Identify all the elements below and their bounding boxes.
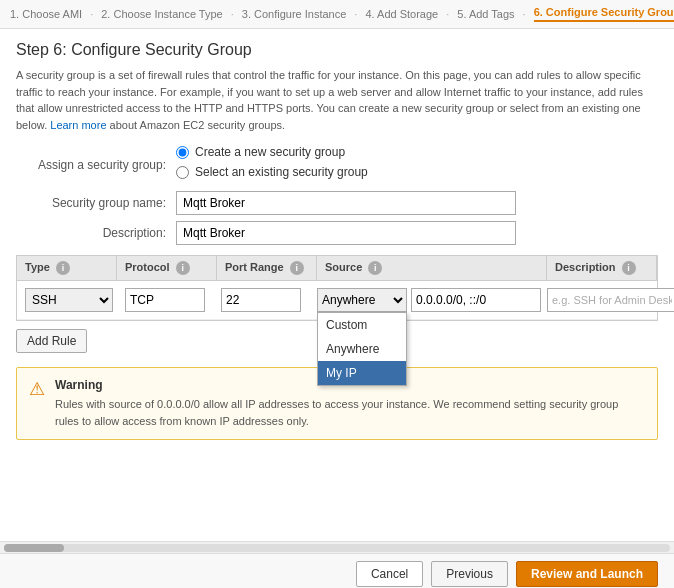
radio-create-new-row: Create a new security group bbox=[176, 145, 368, 159]
dropdown-item-custom[interactable]: Custom bbox=[318, 313, 406, 337]
step-3[interactable]: 3. Configure Instance bbox=[242, 8, 347, 20]
dropdown-item-anywhere[interactable]: Anywhere bbox=[318, 337, 406, 361]
step-4[interactable]: 4. Add Storage bbox=[365, 8, 438, 20]
portrange-input[interactable] bbox=[221, 288, 301, 312]
step-6[interactable]: 6. Configure Security Group bbox=[534, 6, 674, 22]
bottom-bar: Cancel Previous Review and Launch bbox=[0, 553, 674, 588]
cell-protocol bbox=[117, 285, 213, 315]
portrange-info-icon[interactable]: i bbox=[290, 261, 304, 275]
main-content: Step 6: Configure Security Group A secur… bbox=[0, 29, 674, 541]
sg-name-input[interactable] bbox=[176, 191, 516, 215]
top-nav: 1. Choose AMI · 2. Choose Instance Type … bbox=[0, 0, 674, 29]
col-protocol: Protocol i bbox=[117, 256, 217, 280]
review-launch-button[interactable]: Review and Launch bbox=[516, 561, 658, 587]
table-header: Type i Protocol i Port Range i Source i … bbox=[17, 256, 657, 281]
sg-desc-label: Description: bbox=[16, 226, 176, 240]
assign-label: Assign a security group: bbox=[16, 158, 176, 172]
source-dropdown-menu: Custom Anywhere My IP bbox=[317, 312, 407, 386]
radio-existing-label: Select an existing security group bbox=[195, 165, 368, 179]
source-wrapper: Anywhere Custom My IP Custom Anywhere My… bbox=[317, 288, 531, 312]
learn-more-link[interactable]: Learn more bbox=[50, 119, 106, 131]
warning-text: Rules with source of 0.0.0.0/0 allow all… bbox=[55, 396, 645, 429]
warning-icon: ⚠ bbox=[29, 378, 45, 429]
radio-create-new[interactable] bbox=[176, 146, 189, 159]
source-select[interactable]: Anywhere Custom My IP bbox=[317, 288, 407, 312]
sg-name-label: Security group name: bbox=[16, 196, 176, 210]
type-info-icon[interactable]: i bbox=[56, 261, 70, 275]
radio-existing[interactable] bbox=[176, 166, 189, 179]
col-type: Type i bbox=[17, 256, 117, 280]
step-5[interactable]: 5. Add Tags bbox=[457, 8, 514, 20]
page-title: Step 6: Configure Security Group bbox=[16, 41, 658, 59]
scroll-track bbox=[4, 544, 670, 552]
desc-input[interactable] bbox=[547, 288, 674, 312]
cancel-button[interactable]: Cancel bbox=[356, 561, 423, 587]
step-2[interactable]: 2. Choose Instance Type bbox=[101, 8, 223, 20]
sg-name-row: Security group name: bbox=[16, 191, 658, 215]
assign-security-group-row: Assign a security group: Create a new se… bbox=[16, 145, 658, 185]
horizontal-scrollbar[interactable] bbox=[0, 541, 674, 553]
type-select[interactable]: SSH HTTP HTTPS Custom TCP bbox=[25, 288, 113, 312]
cell-source: Anywhere Custom My IP Custom Anywhere My… bbox=[309, 285, 539, 315]
col-portrange: Port Range i bbox=[217, 256, 317, 280]
desc-info-icon[interactable]: i bbox=[622, 261, 636, 275]
protocol-info-icon[interactable]: i bbox=[176, 261, 190, 275]
source-ip-input[interactable] bbox=[411, 288, 541, 312]
sg-desc-input[interactable] bbox=[176, 221, 516, 245]
col-desc: Description i bbox=[547, 256, 657, 280]
protocol-input[interactable] bbox=[125, 288, 205, 312]
radio-create-new-label: Create a new security group bbox=[195, 145, 345, 159]
previous-button[interactable]: Previous bbox=[431, 561, 508, 587]
sg-rules-table: Type i Protocol i Port Range i Source i … bbox=[16, 255, 658, 321]
cell-desc bbox=[539, 285, 674, 315]
step-1[interactable]: 1. Choose AMI bbox=[10, 8, 82, 20]
radio-existing-row: Select an existing security group bbox=[176, 165, 368, 179]
table-row: SSH HTTP HTTPS Custom TCP Anywhere bbox=[17, 281, 657, 320]
intro-paragraph: A security group is a set of firewall ru… bbox=[16, 67, 658, 133]
cell-type: SSH HTTP HTTPS Custom TCP bbox=[17, 285, 117, 315]
dropdown-item-myip[interactable]: My IP bbox=[318, 361, 406, 385]
source-select-container: Anywhere Custom My IP Custom Anywhere My… bbox=[317, 288, 407, 312]
scroll-thumb[interactable] bbox=[4, 544, 64, 552]
cell-portrange bbox=[213, 285, 309, 315]
add-rule-button[interactable]: Add Rule bbox=[16, 329, 87, 353]
sg-desc-row: Description: bbox=[16, 221, 658, 245]
source-info-icon[interactable]: i bbox=[368, 261, 382, 275]
col-source: Source i bbox=[317, 256, 547, 280]
